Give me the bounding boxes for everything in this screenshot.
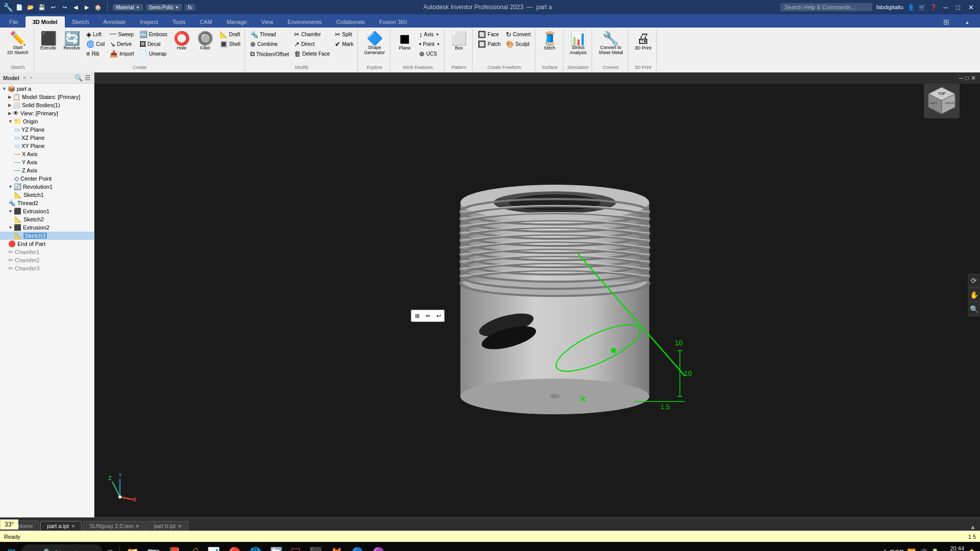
tabs-expand-btn[interactable]: ▲ <box>970 523 976 531</box>
forward-button[interactable]: ▶ <box>83 3 91 11</box>
tray-notifications[interactable]: 🔔 <box>967 548 976 552</box>
tree-item-thread2[interactable]: 🔩 Thread2 <box>0 199 94 207</box>
tray-volume[interactable]: 🔊 <box>919 548 927 552</box>
combine-button[interactable]: ⊕Combine <box>248 39 291 49</box>
taskbar-search[interactable]: 🔍 Búsqueda <box>21 544 103 552</box>
home-button[interactable]: 🏠 <box>94 3 102 11</box>
tree-item-sketch3[interactable]: 📐 Sketch3 <box>0 232 94 240</box>
task-view-btn[interactable]: ⧉ <box>105 544 116 552</box>
tab-3dmodel[interactable]: 3D Model <box>26 16 65 28</box>
sunguay-tab-close[interactable]: ✕ <box>135 523 139 529</box>
import-button[interactable]: 📥Import <box>108 49 136 59</box>
sculpt-button[interactable]: 🎨Sculpt <box>504 39 533 49</box>
tree-item-center-point[interactable]: ◇ Center Point <box>0 174 94 183</box>
tree-item-z-axis[interactable]: — Z Axis <box>0 166 94 174</box>
smt-btn-1[interactable]: ⊞ <box>412 311 422 321</box>
tab-part-a[interactable]: part a.ipt ✕ <box>40 521 82 531</box>
tree-item-chamfer2[interactable]: ✂ Chamfer2 <box>0 256 94 264</box>
sweep-button[interactable]: 〰Sweep <box>108 30 136 39</box>
tray-wifi[interactable]: 📶 <box>907 548 916 552</box>
tab-tools[interactable]: Tools <box>165 16 193 28</box>
tab-cam[interactable]: CAM <box>192 16 219 28</box>
point-button[interactable]: •Point ▼ <box>417 39 442 49</box>
stress-analysis-button[interactable]: 📊 StressAnalysis <box>567 30 590 58</box>
tree-item-view[interactable]: ▶ 👁 View: [Primary] <box>0 109 94 117</box>
tab-manage[interactable]: Manage <box>219 16 254 28</box>
box-button[interactable]: ⬜ Box <box>448 30 470 53</box>
taskbar-app-app1[interactable]: 🖊 <box>186 544 202 552</box>
maximize-button[interactable]: □ <box>954 4 962 11</box>
hole-button[interactable]: ⭕ Hole <box>170 30 193 53</box>
taskbar-app-firefox[interactable]: 🦊 <box>327 544 346 552</box>
tab-environments[interactable]: Environments <box>280 16 329 28</box>
tab-sunguay[interactable]: SUNguay 2.0.iam ✕ <box>83 521 146 531</box>
finish-dropdown[interactable]: Semi-Polis ▼ <box>146 4 182 11</box>
coil-button[interactable]: 🌀Coil <box>84 39 107 49</box>
viewport-maximize-btn[interactable]: □ <box>965 74 969 82</box>
derive-button[interactable]: ↘Derive <box>108 39 136 49</box>
tree-item-chamfer1[interactable]: ✂ Chamfer1 <box>0 248 94 256</box>
tree-item-revolution1[interactable]: ▼ 🔄 Revolution1 <box>0 183 94 191</box>
tray-show-hidden[interactable]: ^ <box>884 548 887 552</box>
zoom-tool[interactable]: 🔍 <box>968 302 980 316</box>
plane-button[interactable]: ◼ Plane <box>394 30 416 53</box>
taskbar-app-app3[interactable]: 🔴 <box>225 544 244 552</box>
split-button[interactable]: ✂Split <box>333 30 355 39</box>
tab-collaborate[interactable]: Collaborate <box>329 16 372 28</box>
tree-item-chamfer3[interactable]: ✂ Chamfer3 <box>0 264 94 272</box>
tree-item-root[interactable]: ▼ 📦 part a <box>0 85 94 93</box>
ucs-button[interactable]: ⊕UCS <box>417 49 442 59</box>
taskbar-app-app4[interactable]: 🔄 <box>267 544 286 552</box>
close-button[interactable]: ✕ <box>966 4 976 11</box>
fillet-button[interactable]: 🔘 Fillet <box>194 30 216 53</box>
tree-item-origin[interactable]: ▼ 📁 Origin <box>0 117 94 126</box>
shell-button[interactable]: 🔳Shell <box>217 39 242 49</box>
taskbar-app-app2[interactable]: 📊 <box>204 544 223 552</box>
tab-inspect[interactable]: Inspect <box>133 16 165 28</box>
taskbar-app-app5[interactable]: ⬛ <box>306 544 325 552</box>
tab-annotate[interactable]: Annotate <box>96 16 133 28</box>
unwrap-button[interactable]: 📄Unwrap <box>137 49 169 59</box>
tree-item-yz-plane[interactable]: ▭ YZ Plane <box>0 126 94 134</box>
3dprint-button[interactable]: 🖨 3D Print <box>631 30 654 53</box>
tree-item-sketch2[interactable]: 📐 Sketch2 <box>0 215 94 223</box>
taskbar-app-acrobat[interactable]: 📕 <box>165 544 184 552</box>
pan-tool[interactable]: ✋ <box>968 288 980 302</box>
cube-navigator[interactable]: TOP RIGHT LEFT <box>924 83 960 118</box>
axis-button[interactable]: ↕Axis ▼ <box>417 30 442 39</box>
thicken-offset-button[interactable]: ⧉Thicken/Offset <box>248 49 291 59</box>
rib-button[interactable]: ≡Rib <box>84 49 107 59</box>
direct-button[interactable]: ↗Direct <box>292 39 332 49</box>
tab-fusion360[interactable]: Fusion 360 <box>372 16 414 28</box>
open-button[interactable]: 📂 <box>27 3 35 11</box>
draft-button[interactable]: 📐Draft <box>217 30 242 39</box>
decal-button[interactable]: 🖼Decal <box>137 39 169 49</box>
windows-start-btn[interactable]: ⊞ <box>4 544 19 552</box>
tab-file[interactable]: File <box>2 16 26 28</box>
smt-btn-3[interactable]: ↩ <box>433 311 444 321</box>
tree-item-model-states[interactable]: ▶ 📋 Model States: [Primary] <box>0 93 94 101</box>
tab-more[interactable]: ⊞ <box>936 16 957 28</box>
extrude-button[interactable]: ⬛ Extrude <box>37 30 60 53</box>
panel-menu-btn[interactable]: ☰ <box>85 74 91 82</box>
taskbar-app-camera[interactable]: 📷 <box>144 544 163 552</box>
revolve-button[interactable]: 🔄 Revolve <box>61 30 84 53</box>
thread-button[interactable]: 🔩Thread <box>248 30 291 39</box>
taskbar-app-antivirus[interactable]: 🛡 <box>288 544 304 552</box>
orbit-tool[interactable]: ⟳ <box>968 273 980 288</box>
tray-keyboard-layout[interactable]: ESP <box>890 548 904 552</box>
tree-item-xy-plane[interactable]: ▭ XY Plane <box>0 142 94 150</box>
help-icon[interactable]: ❓ <box>930 4 937 11</box>
cart-icon[interactable]: 🛒 <box>919 4 926 11</box>
part-a-tab-close[interactable]: ✕ <box>71 523 75 529</box>
tree-item-extrusion2[interactable]: ▼ ⬛ Extrusion2 <box>0 223 94 232</box>
part-b-tab-close[interactable]: ✕ <box>178 523 182 529</box>
patch-button[interactable]: 🔲Patch <box>476 39 503 49</box>
taskbar-app-chrome[interactable]: 🔵 <box>348 544 367 552</box>
viewport-close-btn[interactable]: ✕ <box>971 74 976 82</box>
back-button[interactable]: ◀ <box>71 3 80 11</box>
tree-item-x-axis[interactable]: — X Axis <box>0 150 94 158</box>
face-button[interactable]: 🔲Face <box>476 30 503 39</box>
tab-sketch[interactable]: Sketch <box>65 16 96 28</box>
loft-button[interactable]: ◈Loft <box>84 30 107 39</box>
